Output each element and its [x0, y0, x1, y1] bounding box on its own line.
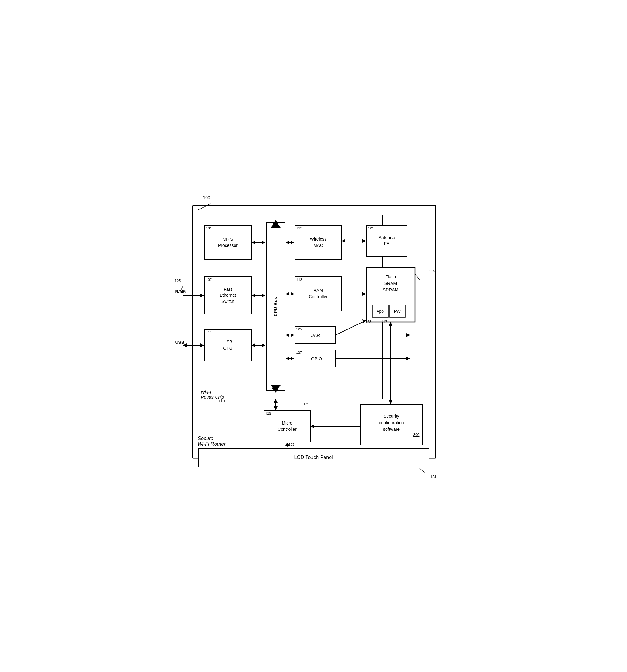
svg-marker-21 [251, 241, 255, 244]
fast-ethernet-box: 107 FastEthernetSwitch [205, 277, 251, 314]
gpio-box: 127 GPIO [295, 350, 335, 367]
mips-processor-box: 101 MIPSProcessor [205, 225, 251, 260]
ref-103: 103 [272, 385, 278, 390]
antenna-label: AntennaFE [378, 235, 395, 247]
usb-label: USB [175, 340, 185, 345]
svg-marker-48 [406, 357, 410, 360]
ref-115: 115 [429, 269, 435, 273]
svg-marker-24 [291, 241, 294, 244]
security-ref: 300 [413, 433, 419, 437]
lcd-panel-box: LCD Touch Panel [198, 448, 429, 467]
ethernet-ref: 107 [206, 278, 212, 282]
ref-135: 135 [304, 402, 309, 406]
svg-marker-37 [261, 343, 266, 347]
micro-label: MicroController [278, 420, 297, 432]
svg-line-45 [335, 320, 366, 335]
svg-marker-23 [285, 241, 290, 244]
svg-marker-52 [200, 294, 204, 297]
app-label: App [377, 309, 384, 314]
flash-sram-label: FlashSRAMSDRAM [383, 274, 399, 293]
micro-controller-box: 130 MicroController [264, 411, 310, 442]
mips-ref: 101 [206, 226, 212, 230]
svg-marker-32 [285, 292, 290, 296]
secure-wifi-router-label: SecureWi-Fi Router [198, 436, 226, 447]
uart-box: 125 UART [295, 327, 335, 344]
gpio-ref: 127 [296, 351, 302, 354]
ref-100: 100 [203, 195, 210, 200]
usb-otg-box: 111 USBOTG [205, 330, 251, 361]
uart-ref: 125 [296, 327, 302, 331]
svg-marker-44 [291, 357, 294, 360]
svg-marker-20 [261, 241, 266, 244]
ref-131: 131 [430, 475, 436, 479]
svg-marker-30 [251, 294, 255, 297]
gpio-label: GPIO [311, 356, 322, 361]
ref-105: 105 [175, 279, 181, 283]
svg-marker-38 [251, 343, 255, 347]
svg-marker-66 [310, 425, 314, 428]
security-label: Securityconfigurationsoftware [379, 413, 404, 433]
svg-marker-43 [285, 357, 290, 360]
ref-123: 123 [366, 320, 371, 323]
ram-label: RAMController [309, 288, 328, 300]
svg-marker-58 [274, 406, 278, 410]
usb-ref: 111 [206, 331, 212, 334]
ram-ref: 113 [297, 278, 302, 282]
wifi-router-chip-label: Wi-FiRouter Chip [201, 390, 224, 400]
mips-label: MIPSProcessor [218, 236, 237, 248]
svg-line-67 [198, 203, 211, 210]
uart-label: UART [311, 333, 323, 338]
svg-marker-27 [342, 239, 346, 243]
ref-133: 133 [289, 442, 294, 446]
antenna-ref: 121 [368, 226, 374, 230]
svg-marker-35 [362, 292, 366, 296]
svg-marker-64 [389, 400, 393, 404]
usb-label-box: USBOTG [223, 339, 232, 351]
app-box: App [372, 305, 388, 317]
ethernet-label: FastEthernetSwitch [220, 286, 236, 305]
svg-marker-63 [389, 322, 393, 326]
svg-marker-54 [200, 343, 204, 347]
pw-label: PW [394, 309, 401, 314]
svg-marker-26 [362, 239, 366, 243]
svg-line-69 [415, 274, 420, 280]
svg-line-70 [420, 469, 426, 473]
antenna-fe-box: 121 AntennaFE [367, 225, 407, 257]
svg-marker-33 [291, 292, 294, 296]
wireless-mac-ref: 119 [297, 226, 302, 230]
rj45-label: RJ45 [175, 289, 186, 294]
svg-marker-40 [285, 333, 290, 337]
wireless-mac-label: WirelessMAC [310, 236, 327, 248]
svg-marker-41 [291, 333, 294, 337]
pw-box: PW [390, 305, 405, 317]
security-software-box: Securityconfigurationsoftware 300 [360, 405, 423, 445]
svg-marker-50 [406, 333, 410, 337]
cpu-bus-label: CPU Bus [273, 297, 278, 316]
micro-ref: 130 [266, 412, 271, 415]
cpu-bus-box: CPU Bus [266, 222, 285, 390]
svg-marker-57 [274, 399, 278, 403]
wireless-mac-box: 119 WirelessMAC [295, 225, 342, 260]
svg-marker-29 [261, 294, 266, 297]
diagram-container: 100 RJ45 105 USB 101 MIPSProcessor 119 W… [174, 186, 454, 486]
ref-117: 117 [381, 320, 387, 323]
ref-110: 110 [219, 399, 225, 403]
lcd-label: LCD Touch Panel [294, 455, 333, 460]
ram-controller-box: 113 RAMController [295, 277, 342, 311]
